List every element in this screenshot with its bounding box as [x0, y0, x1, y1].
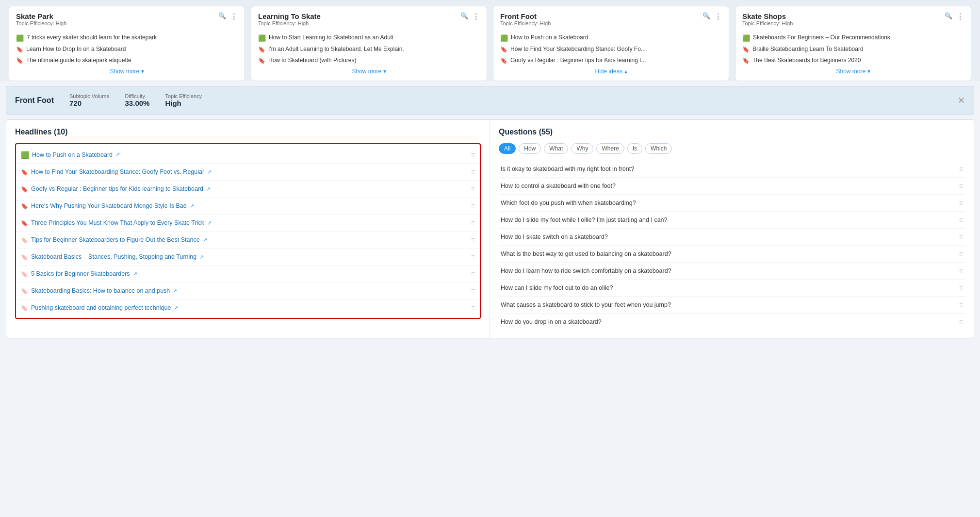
card-efficiency: Topic Efficiency: High: [742, 20, 793, 26]
blue-bookmark-icon: 🔖: [16, 46, 23, 53]
headline-left: 🔖 How to Find Your Skateboarding Stance:…: [21, 168, 468, 176]
filter-btn-which[interactable]: Which: [645, 143, 672, 154]
question-menu-icon[interactable]: ≡: [959, 216, 963, 224]
blue-bookmark-icon: 🔖: [21, 220, 28, 227]
question-menu-icon[interactable]: ≡: [959, 233, 963, 241]
card-item-text: The ultimate guide to skatepark etiquett…: [26, 57, 131, 64]
filter-btn-all[interactable]: All: [499, 143, 516, 154]
headline-menu-icon[interactable]: ≡: [471, 168, 475, 176]
headline-menu-icon[interactable]: ≡: [471, 287, 475, 295]
filter-btn-where[interactable]: Where: [596, 143, 624, 154]
headline-text: Tips for Beginner Skateboarders to Figur…: [31, 236, 200, 243]
card-menu-icon[interactable]: ⋮: [714, 12, 722, 21]
external-link-icon[interactable]: ↗: [206, 186, 211, 192]
filter-btn-why[interactable]: Why: [571, 143, 593, 154]
question-text: How do I learn how to ride switch comfor…: [501, 267, 955, 274]
question-text: How do you drop in on a skateboard?: [501, 318, 955, 325]
show-more-link[interactable]: Hide ideas ▴: [500, 68, 722, 75]
headline-menu-icon[interactable]: ≡: [471, 202, 475, 210]
card-items: 🟩Skateboards For Beginners – Our Recomme…: [742, 34, 964, 64]
question-menu-icon[interactable]: ≡: [959, 165, 963, 173]
external-link-icon[interactable]: ↗: [174, 305, 178, 311]
question-menu-icon[interactable]: ≡: [959, 301, 963, 309]
external-link-icon[interactable]: ↗: [133, 271, 137, 277]
external-link-icon[interactable]: ↗: [203, 237, 207, 243]
card-search-icon[interactable]: 🔍: [945, 12, 952, 21]
questions-list: Is it okay to skateboard with my right f…: [499, 161, 965, 330]
question-menu-icon[interactable]: ≡: [959, 199, 963, 207]
blue-bookmark-icon: 🔖: [21, 169, 28, 176]
question-item: How can I slide my foot out to do an oll…: [499, 280, 965, 297]
blue-bookmark-icon: 🔖: [500, 57, 507, 64]
card-item-text: How to Push on a Skateboard: [511, 34, 588, 41]
question-item: How do I slide my foot while I ollie? I'…: [499, 212, 965, 229]
question-text: How do I skate switch on a skateboard?: [501, 233, 955, 240]
detail-stat-volume-label: Subtopic Volume: [69, 93, 110, 99]
headline-item: 🔖 Tips for Beginner Skateboarders to Fig…: [16, 232, 480, 249]
card-item: 🔖Goofy vs Regular : Beginner tips for Ki…: [500, 57, 722, 64]
external-link-icon[interactable]: ↗: [207, 220, 212, 226]
filter-btn-is[interactable]: Is: [627, 143, 642, 154]
green-flag-icon: 🟩: [21, 151, 29, 159]
blue-bookmark-icon: 🔖: [742, 57, 750, 64]
headline-item: 🔖 Skateboarding Basics: How to balance o…: [16, 283, 480, 300]
card-menu-icon[interactable]: ⋮: [472, 12, 480, 21]
show-more-link[interactable]: Show more ▾: [258, 68, 480, 75]
card-search-icon[interactable]: 🔍: [702, 12, 710, 21]
card-item: 🔖How to Find Your Skateboarding Stance: …: [500, 46, 722, 53]
question-menu-icon[interactable]: ≡: [959, 284, 963, 292]
card-efficiency: Topic Efficiency: High: [500, 20, 551, 26]
detail-stat-difficulty: Difficulty 33.00%: [125, 93, 150, 107]
filter-btn-what[interactable]: What: [544, 143, 568, 154]
card-learning-to-skate: Learning To Skate Topic Efficiency: High…: [251, 6, 487, 81]
card-actions: 🔍 ⋮: [460, 12, 480, 21]
headline-menu-icon[interactable]: ≡: [471, 304, 475, 312]
question-text: What causes a skateboard to stick to you…: [501, 301, 955, 308]
blue-bookmark-icon: 🔖: [742, 46, 750, 53]
show-more-link[interactable]: Show more ▾: [16, 68, 238, 75]
card-search-icon[interactable]: 🔍: [460, 12, 468, 21]
question-menu-icon[interactable]: ≡: [959, 318, 963, 326]
card-search-icon[interactable]: 🔍: [218, 12, 226, 21]
headline-menu-icon[interactable]: ≡: [471, 236, 475, 244]
headline-menu-icon[interactable]: ≡: [471, 185, 475, 193]
card-title: Learning To Skate: [258, 12, 321, 20]
card-title: Skate Park: [16, 12, 66, 20]
headline-left: 🔖 Three Principles You Must Know That Ap…: [21, 219, 468, 227]
card-menu-icon[interactable]: ⋮: [956, 12, 964, 21]
external-link-icon[interactable]: ↗: [199, 254, 204, 260]
detail-close-button[interactable]: ✕: [958, 95, 965, 106]
question-filters: AllHowWhatWhyWhereIsWhich: [499, 143, 965, 154]
headline-left: 🔖 5 Basics for Beginner Skateboarders ↗: [21, 270, 468, 278]
card-item-text: How to Skateboard (with Pictures): [268, 57, 356, 64]
external-link-icon[interactable]: ↗: [115, 151, 120, 158]
card-item-text: Goofy vs Regular : Beginner tips for Kid…: [510, 57, 646, 64]
headline-menu-icon[interactable]: ≡: [471, 253, 475, 261]
headlines-list: 🟩 How to Push on a Skateboard ↗ ≡ 🔖 How …: [15, 143, 481, 319]
headline-menu-icon[interactable]: ≡: [471, 151, 475, 159]
question-menu-icon[interactable]: ≡: [959, 267, 963, 275]
card-header: Skate Shops Topic Efficiency: High 🔍 ⋮: [742, 12, 964, 32]
blue-bookmark-icon: 🔖: [500, 46, 507, 53]
card-item-text: Learn How to Drop In on a Skateboard: [26, 46, 126, 52]
card-item: 🔖How to Skateboard (with Pictures): [258, 57, 480, 64]
card-header: Front Foot Topic Efficiency: High 🔍 ⋮: [500, 12, 722, 32]
card-item: 🟩How to Push on a Skateboard: [500, 34, 722, 42]
detail-stat-efficiency-label: Topic Efficiency: [165, 93, 202, 99]
filter-btn-how[interactable]: How: [519, 143, 541, 154]
card-menu-icon[interactable]: ⋮: [230, 12, 238, 21]
question-menu-icon[interactable]: ≡: [959, 182, 963, 190]
card-item: 🔖Braille Skateboarding Learn To Skateboa…: [742, 46, 964, 53]
question-menu-icon[interactable]: ≡: [959, 250, 963, 258]
show-more-link[interactable]: Show more ▾: [742, 68, 964, 75]
headline-menu-icon[interactable]: ≡: [471, 219, 475, 227]
headline-menu-icon[interactable]: ≡: [471, 270, 475, 278]
gray-bookmark-icon: 🔖: [21, 288, 28, 295]
external-link-icon[interactable]: ↗: [173, 288, 177, 294]
external-link-icon[interactable]: ↗: [207, 169, 212, 175]
external-link-icon[interactable]: ↗: [190, 203, 194, 209]
card-item-text: Skateboards For Beginners – Our Recommen…: [753, 34, 890, 41]
detail-stat-volume: Subtopic Volume 720: [69, 93, 110, 107]
card-item-text: How to Find Your Skateboarding Stance: G…: [510, 46, 646, 52]
headline-item: 🔖 Here's Why Pushing Your Skateboard Mon…: [16, 198, 480, 215]
